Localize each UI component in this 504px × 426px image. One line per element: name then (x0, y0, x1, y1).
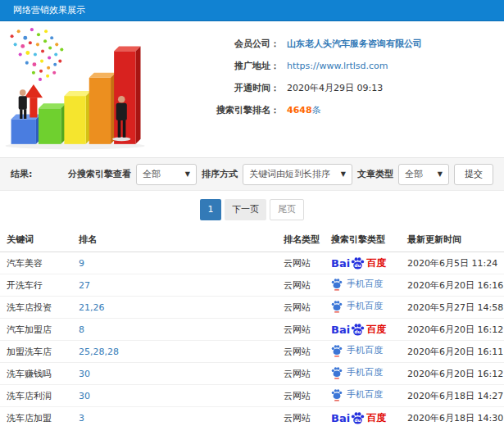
header-rank-type: 排名类型 (277, 228, 325, 252)
keyword-ranking-table: 关键词 排名 排名类型 搜索引擎类型 最新更新时间 汽车美容 9 云网站 Bai… (0, 228, 504, 426)
engine-cell: 手机百度 (325, 297, 401, 319)
article-type-selected: 全部 (405, 168, 423, 180)
rank-type-cell: 云网站 (277, 341, 325, 363)
sort-selected: 关键词由短到长排序 (249, 168, 330, 180)
baidu-paw-icon: du (351, 323, 365, 337)
engine-cell: 手机百度 (325, 274, 401, 297)
sort-label: 排序方式 (202, 168, 238, 180)
mobile-baidu-paw-icon (331, 278, 343, 291)
open-time-label: 开通时间： (146, 82, 279, 94)
engine-cell: 手机百度 (325, 341, 401, 363)
engine-cell: Bai du 百度 (325, 319, 401, 341)
article-type-select[interactable]: 全部 ▼ (398, 164, 449, 185)
engine-rank-label: 搜索引擎排名： (146, 104, 279, 116)
chevron-down-icon: ▼ (185, 170, 190, 178)
update-time-cell: 2020年6月20日 16:11 (401, 341, 504, 363)
page-button-current[interactable]: 1 (200, 199, 221, 220)
update-time-cell: 2020年6月18日 14:27 (401, 385, 504, 407)
update-time-cell: 2020年6月5日 11:24 (401, 252, 504, 274)
baidu-paw-icon: du (351, 256, 365, 270)
mobile-baidu-label: 手机百度 (347, 390, 383, 399)
baidu-logo: Bai du 百度 (331, 256, 386, 270)
mobile-baidu-logo: 手机百度 (331, 366, 383, 379)
company-link[interactable]: 山东老人头汽车服务咨询有限公司 (287, 38, 422, 50)
rank-type-cell: 云网站 (277, 407, 325, 426)
mobile-baidu-paw-icon (331, 344, 343, 357)
rank-cell[interactable]: 27 (72, 274, 277, 297)
result-label: 结果: (11, 168, 32, 180)
update-time-cell: 2020年5月27日 14:58 (401, 297, 504, 319)
header-rank: 排名 (72, 228, 277, 252)
table-row: 开洗车行 27 云网站 手机百度 2020年6月20日 16:16 (0, 274, 504, 297)
account-info-list: 会员公司： 山东老人头汽车服务咨询有限公司 推广地址： https://www.… (146, 21, 504, 157)
promo-url-link[interactable]: https://www.lrtlsd.com (287, 61, 388, 71)
table-row: 加盟洗车店 25,28,28 云网站 手机百度 2020年6月20日 16:11 (0, 341, 504, 363)
engine-rank-count: 4648 (287, 105, 312, 116)
table-row: 洗车赚钱吗 30 云网站 手机百度 2020年6月20日 16:12 (0, 363, 504, 385)
keyword-cell: 洗车店投资 (0, 297, 72, 319)
account-info-section: 会员公司： 山东老人头汽车服务咨询有限公司 推广地址： https://www.… (0, 21, 504, 157)
page-title: 网络营销效果展示 (0, 0, 504, 21)
rank-cell[interactable]: 9 (72, 252, 277, 274)
keyword-cell: 洗车店利润 (0, 385, 72, 407)
chevron-down-icon: ▼ (438, 170, 443, 178)
open-time-value: 2020年4月29日 09:13 (287, 82, 383, 94)
update-time-cell: 2020年6月20日 16:12 (401, 319, 504, 341)
mobile-baidu-label: 手机百度 (347, 346, 383, 355)
keyword-cell: 汽车美容 (0, 252, 72, 274)
baidu-logo-text: Bai (331, 324, 350, 335)
info-row-open-time: 开通时间： 2020年4月29日 09:13 (146, 77, 504, 99)
keyword-cell: 汽车加盟店 (0, 319, 72, 341)
engine-cell: Bai du 百度 (325, 407, 401, 426)
table-row: 洗车店投资 21,26 云网站 手机百度 2020年5月27日 14:58 (0, 297, 504, 319)
filter-bar: 结果: 分搜索引擎查看 全部 ▼ 排序方式 关键词由短到长排序 ▼ 文章类型 全… (0, 157, 504, 191)
mobile-baidu-label: 手机百度 (347, 279, 383, 288)
last-page-button[interactable]: 尾页 (270, 199, 304, 220)
header-update-time: 最新更新时间 (401, 228, 504, 252)
growth-chart-illustration (0, 21, 146, 154)
baidu-logo: Bai du 百度 (331, 323, 386, 337)
rank-cell[interactable]: 21,26 (72, 297, 277, 319)
submit-button[interactable]: 提交 (454, 164, 493, 185)
header-keyword: 关键词 (0, 228, 72, 252)
promo-url-label: 推广地址： (146, 60, 279, 72)
article-type-label: 文章类型 (357, 168, 393, 180)
rank-cell[interactable]: 8 (72, 319, 277, 341)
mobile-baidu-paw-icon (331, 300, 343, 313)
engine-view-selected: 全部 (143, 168, 161, 180)
engine-cell: 手机百度 (325, 363, 401, 385)
rank-cell[interactable]: 25,28,28 (72, 341, 277, 363)
rank-cell[interactable]: 3 (72, 407, 277, 426)
next-page-button[interactable]: 下一页 (225, 199, 266, 220)
pagination: 1 下一页 尾页 (0, 191, 504, 228)
table-row: 汽车加盟店 8 云网站 Bai du 百度 2020年6月20日 16:12 (0, 319, 504, 341)
rank-cell[interactable]: 30 (72, 385, 277, 407)
engine-cell: 手机百度 (325, 385, 401, 407)
table-row: 汽车美容 9 云网站 Bai du 百度 2020年6月5日 11:24 (0, 252, 504, 274)
engine-view-select[interactable]: 全部 ▼ (136, 164, 197, 185)
baidu-logo-text: Bai (331, 413, 350, 424)
mobile-baidu-logo: 手机百度 (331, 344, 383, 357)
rank-type-cell: 云网站 (277, 274, 325, 297)
baidu-logo: Bai du 百度 (331, 411, 386, 425)
baidu-logo-cn: 百度 (366, 324, 386, 334)
rank-cell[interactable]: 30 (72, 363, 277, 385)
mobile-baidu-label: 手机百度 (347, 368, 383, 377)
mobile-baidu-logo: 手机百度 (331, 300, 383, 313)
mobile-baidu-paw-icon (331, 388, 343, 401)
baidu-paw-icon: du (351, 411, 365, 425)
svg-text:du: du (355, 418, 361, 423)
info-row-url: 推广地址： https://www.lrtlsd.com (146, 55, 504, 77)
info-row-company: 会员公司： 山东老人头汽车服务咨询有限公司 (146, 33, 504, 55)
mobile-baidu-logo: 手机百度 (331, 388, 383, 401)
engine-view-label: 分搜索引擎查看 (68, 168, 131, 180)
rank-type-cell: 云网站 (277, 363, 325, 385)
baidu-logo-text: Bai (331, 258, 350, 269)
update-time-cell: 2020年6月20日 16:12 (401, 363, 504, 385)
table-header-row: 关键词 排名 排名类型 搜索引擎类型 最新更新时间 (0, 228, 504, 252)
baidu-logo-cn: 百度 (366, 258, 386, 268)
chevron-down-icon: ▼ (341, 170, 346, 178)
header-engine-type: 搜索引擎类型 (325, 228, 401, 252)
table-row: 洗车店利润 30 云网站 手机百度 2020年6月18日 14:27 (0, 385, 504, 407)
sort-select[interactable]: 关键词由短到长排序 ▼ (243, 164, 352, 185)
